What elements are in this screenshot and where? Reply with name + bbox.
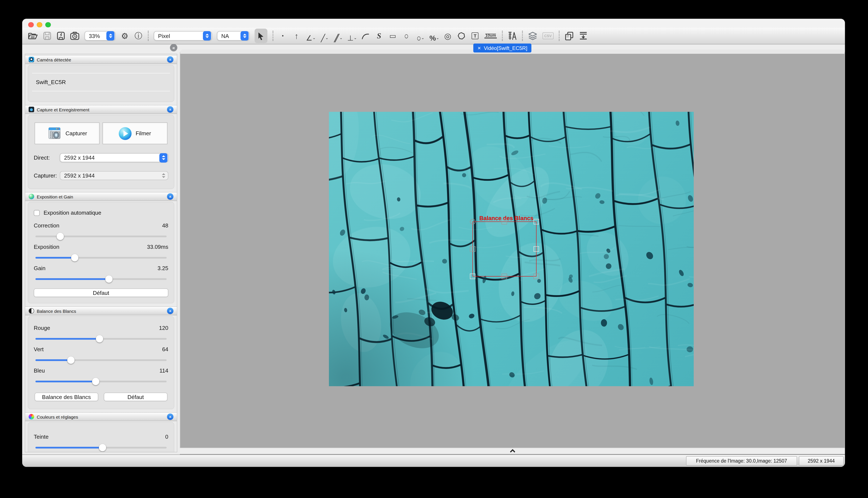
na-select[interactable]: NA	[217, 31, 250, 41]
auto-exposure-checkbox[interactable]	[34, 210, 40, 216]
text-tool[interactable]: T	[471, 30, 479, 42]
curve-tool[interactable]: S	[375, 30, 383, 42]
hue-slider[interactable]	[36, 447, 167, 448]
csv-export-tool[interactable]: CSV	[542, 30, 553, 42]
wb-selection-rect[interactable]	[472, 222, 537, 276]
hue-slider-thumb[interactable]	[99, 444, 106, 451]
correction-slider-thumb[interactable]	[57, 233, 64, 240]
linked-circles-tool[interactable]: %ˇ	[430, 30, 438, 42]
save-burst-button[interactable]	[56, 30, 65, 42]
capture-button[interactable]: Capturer	[35, 122, 100, 144]
white-balance-section-icon	[29, 308, 34, 314]
red-slider[interactable]	[36, 338, 167, 340]
tab-close-icon[interactable]: ×	[477, 45, 481, 51]
bottom-panel-toggle[interactable]	[180, 448, 845, 455]
chevron-down-icon: ˇ	[354, 38, 356, 43]
collapse-section-button[interactable]: «	[167, 308, 174, 314]
record-button[interactable]: Filmer	[103, 122, 167, 144]
white-balance-button[interactable]: Balance des Blancs	[35, 393, 98, 401]
exposure-slider-thumb[interactable]	[71, 254, 78, 261]
info-button[interactable]: ⓘ	[134, 30, 143, 42]
section-header-capture[interactable]: Capture et Enregistrement «	[25, 105, 177, 114]
frame-info-cell: Fréquence de l'Image: 30.0,Image: 12507	[686, 456, 797, 466]
resize-handle[interactable]	[470, 274, 475, 279]
sidebar-collapse-button[interactable]: «	[170, 44, 177, 51]
capture-resolution-select[interactable]: 2592 x 1944	[60, 171, 168, 180]
blue-slider[interactable]	[36, 381, 167, 382]
green-slider[interactable]	[36, 359, 167, 361]
wb-default-button[interactable]: Défaut	[104, 393, 167, 401]
colors-box: Teinte0 Saturation64 Luminosité0	[28, 422, 174, 453]
timed-capture-button[interactable]	[70, 30, 79, 42]
red-slider-thumb[interactable]	[96, 335, 103, 342]
resize-handle[interactable]	[534, 274, 539, 279]
duplicate-tool[interactable]	[564, 30, 573, 42]
gain-slider[interactable]	[36, 278, 167, 280]
export-tool[interactable]	[578, 30, 588, 42]
stepper-icon[interactable]	[106, 31, 114, 41]
zoom-window-button[interactable]	[45, 22, 51, 27]
resize-handle[interactable]	[501, 274, 507, 279]
stepper-icon[interactable]	[203, 31, 211, 41]
capture-button-label: Capturer	[65, 130, 87, 136]
exposure-slider[interactable]	[36, 257, 167, 259]
exposure-default-button[interactable]: Défaut	[34, 288, 168, 297]
red-label: Rouge	[34, 325, 50, 331]
pointer-tool[interactable]	[255, 29, 267, 43]
section-header-colors[interactable]: Couleurs et réglages «	[25, 412, 177, 421]
calipers-tool[interactable]	[508, 30, 517, 42]
circle-tool[interactable]: ○ˇ	[416, 30, 424, 42]
section-header-white-balance[interactable]: Balance des Blancs «	[25, 306, 177, 315]
rectangle-icon: ▭	[390, 32, 396, 39]
section-header-exposure[interactable]: Exposition et Gain «	[25, 192, 177, 201]
record-play-icon	[119, 127, 132, 140]
zoom-level-select[interactable]: 33%	[85, 31, 115, 41]
collapse-section-button[interactable]: «	[167, 106, 174, 113]
green-slider-thumb[interactable]	[67, 356, 75, 364]
resize-handle[interactable]	[470, 219, 475, 224]
titlebar[interactable]	[22, 19, 845, 28]
direct-resolution-select[interactable]: 2592 x 1944	[60, 153, 168, 162]
rectangle-tool[interactable]: ▭	[388, 30, 397, 42]
resize-handle[interactable]	[534, 219, 539, 224]
open-button[interactable]	[28, 30, 38, 42]
perpendicular-tool[interactable]: ⊥ˇ	[347, 30, 356, 42]
chevron-up-icon: «	[168, 310, 173, 312]
ellipse-tool[interactable]: ○	[402, 30, 411, 42]
point-tool[interactable]: •	[279, 30, 287, 42]
line-tool[interactable]: ╱ˇ	[320, 30, 329, 42]
correction-slider[interactable]	[36, 236, 167, 237]
green-value: 64	[162, 346, 168, 353]
polygon-tool[interactable]	[457, 30, 465, 42]
tab-video[interactable]: × Vidéo[Swift_EC5R]	[473, 43, 532, 52]
exposure-box: Exposition automatique Correction48 Expo…	[28, 202, 174, 303]
stepper-icon[interactable]	[241, 31, 248, 41]
save-button[interactable]	[43, 30, 51, 42]
scale-bar-tool[interactable]: 10um	[484, 30, 497, 42]
micrograph-view[interactable]: Balance des Blancs	[329, 112, 694, 386]
resize-handle[interactable]	[501, 219, 507, 224]
collapse-section-button[interactable]: «	[167, 56, 174, 63]
collapse-section-button[interactable]: «	[167, 414, 174, 420]
collapse-section-button[interactable]: «	[167, 193, 174, 200]
na-select-value: NA	[217, 32, 241, 39]
concentric-circles-tool[interactable]: ◎	[443, 30, 452, 42]
stepper-icon[interactable]	[159, 153, 167, 162]
arrow-tool[interactable]: ↑	[292, 30, 301, 42]
gain-slider-thumb[interactable]	[105, 275, 113, 283]
chevron-down-icon: ˇ	[340, 38, 342, 43]
section-header-camera[interactable]: Caméra détectée «	[25, 55, 177, 64]
viewer-canvas-area[interactable]: Balance des Blancs	[180, 50, 845, 448]
layers-tool[interactable]	[528, 30, 537, 42]
parallel-lines-tool[interactable]: ╱╱ˇ	[334, 30, 342, 42]
blue-slider-thumb[interactable]	[92, 378, 99, 385]
angle-tool[interactable]: ∠ˇ	[306, 30, 315, 42]
close-window-button[interactable]	[28, 22, 34, 27]
settings-button[interactable]: ⚙	[120, 30, 129, 42]
minimize-window-button[interactable]	[37, 22, 42, 27]
unit-select[interactable]: Pixel	[154, 31, 212, 41]
resize-handle[interactable]	[470, 246, 475, 251]
camera-device-item[interactable]: Swift_EC5R	[32, 73, 170, 91]
resize-handle[interactable]	[534, 246, 539, 251]
arc-tool[interactable]	[361, 30, 370, 42]
